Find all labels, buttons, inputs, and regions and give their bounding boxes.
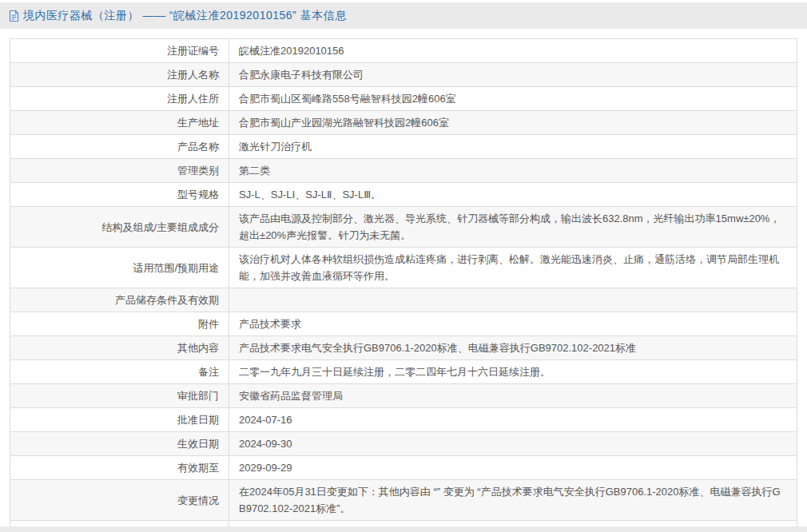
table-row: 批准日期2024-07-16 — [10, 408, 797, 432]
page-bottom-strip — [0, 526, 807, 532]
table-row: 其他内容产品技术要求电气安全执行GB9706.1-2020标准、电磁兼容执行GB… — [10, 336, 797, 360]
row-label: 结构及组成/主要组成成分 — [10, 207, 229, 248]
row-label-text: 管理类别 — [177, 165, 219, 177]
table-row: 管理类别第二类 — [10, 159, 797, 183]
row-value: 2029-09-29 — [229, 456, 797, 480]
table-row: 注册证编号皖械注准20192010156 — [10, 39, 797, 63]
row-label-text: 注册人名称 — [167, 69, 219, 81]
row-label: 注册人名称 — [10, 63, 229, 87]
row-label-text: 附件 — [198, 318, 219, 330]
row-label-text: 注册证编号 — [167, 45, 219, 57]
row-value: 产品技术要求 — [229, 312, 797, 336]
row-value: 合肥永康电子科技有限公司 — [229, 63, 797, 87]
table-row: 生效日期2024-09-30 — [10, 432, 797, 456]
row-label-text: 变更情况 — [177, 494, 219, 506]
row-label: 生效日期 — [10, 432, 229, 456]
row-label: 备注 — [10, 360, 229, 384]
row-value: 产品技术要求电气安全执行GB9706.1-2020标准、电磁兼容执行GB9702… — [229, 336, 797, 360]
row-label-text: 产品储存条件及有效期 — [115, 294, 219, 306]
row-label-text: 批准日期 — [177, 414, 219, 426]
row-value: 合肥市蜀山产业园湖光路融智科技园2幢606室 — [229, 111, 797, 135]
row-label-text: 产品名称 — [177, 141, 219, 153]
row-value: 该治疗机对人体各种软组织损伤造成粘连疼痛，进行剥离、松解。激光能迅速消炎、止痛，… — [229, 248, 797, 288]
row-label: 审批部门 — [10, 384, 229, 408]
row-label: 有效期至 — [10, 456, 229, 480]
row-value: 该产品由电源及控制部分、激光器、导光系统、针刀器械等部分构成，输出波长632.8… — [229, 207, 797, 248]
table-row: 审批部门安徽省药品监督管理局 — [10, 384, 797, 408]
table-row: 产品储存条件及有效期 — [10, 288, 797, 312]
table-row: 产品名称激光针刀治疗机 — [10, 135, 797, 159]
row-label-text: 审批部门 — [177, 390, 219, 402]
row-label: 变更情况 — [10, 480, 229, 521]
table-row: 生产地址合肥市蜀山产业园湖光路融智科技园2幢606室 — [10, 111, 797, 135]
document-icon — [8, 10, 20, 22]
row-label-text: 适用范围/预期用途 — [133, 262, 219, 274]
table-row: 适用范围/预期用途该治疗机对人体各种软组织损伤造成粘连疼痛，进行剥离、松解。激光… — [10, 248, 797, 288]
row-value: 第二类 — [229, 159, 797, 183]
table-row: 结构及组成/主要组成成分该产品由电源及控制部分、激光器、导光系统、针刀器械等部分… — [10, 207, 797, 248]
row-label-text: 注册人住所 — [167, 93, 219, 105]
row-label-text: 其他内容 — [177, 342, 219, 354]
row-value: 2024-07-16 — [229, 408, 797, 432]
row-value: SJ-L、SJ-LⅠ、SJ-LⅡ、SJ-LⅢ。 — [229, 183, 797, 207]
row-label: 批准日期 — [10, 408, 229, 432]
table-row: 变更情况在2024年05月31日变更如下：其他内容由 “” 变更为 “产品技术要… — [10, 480, 797, 521]
table-row: 注册人名称合肥永康电子科技有限公司 — [10, 63, 797, 87]
row-label-text: 生效日期 — [177, 438, 219, 450]
row-value: 在2024年05月31日变更如下：其他内容由 “” 变更为 “产品技术要求电气安… — [229, 480, 797, 521]
table-row: 有效期至2029-09-29 — [10, 456, 797, 480]
page-header: 境内医疗器械（注册） —— “皖械注准20192010156” 基本信息 — [0, 2, 807, 29]
row-value: 合肥市蜀山区蜀峰路558号融智科技园2幢606室 — [229, 87, 797, 111]
row-label-text: 备注 — [198, 366, 219, 378]
info-table-body: 注册证编号皖械注准20192010156注册人名称合肥永康电子科技有限公司注册人… — [10, 39, 797, 532]
table-row: 型号规格SJ-L、SJ-LⅠ、SJ-LⅡ、SJ-LⅢ。 — [10, 183, 797, 207]
registration-info-table: 注册证编号皖械注准20192010156注册人名称合肥永康电子科技有限公司注册人… — [10, 38, 797, 532]
row-label: 型号规格 — [10, 183, 229, 207]
row-label: 注册人住所 — [10, 87, 229, 111]
row-label: 注册证编号 — [10, 39, 229, 63]
content-area: 注册证编号皖械注准20192010156注册人名称合肥永康电子科技有限公司注册人… — [0, 29, 807, 532]
row-label: 附件 — [10, 312, 229, 336]
row-label: 管理类别 — [10, 159, 229, 183]
row-label-text: 生产地址 — [177, 117, 219, 129]
row-value: 二零一九年九月三十日延续注册，二零二四年七月十六日延续注册。 — [229, 360, 797, 384]
row-label: 生产地址 — [10, 111, 229, 135]
row-label: 其他内容 — [10, 336, 229, 360]
row-label: 产品名称 — [10, 135, 229, 159]
row-value: 激光针刀治疗机 — [229, 135, 797, 159]
row-label-text: 型号规格 — [177, 189, 219, 200]
row-value: 2024-09-30 — [229, 432, 797, 456]
table-row: 附件产品技术要求 — [10, 312, 797, 336]
table-row: 备注二零一九年九月三十日延续注册，二零二四年七月十六日延续注册。 — [10, 360, 797, 384]
table-row: 注册人住所合肥市蜀山区蜀峰路558号融智科技园2幢606室 — [10, 87, 797, 111]
row-label: 适用范围/预期用途 — [10, 248, 229, 288]
row-label: 产品储存条件及有效期 — [10, 288, 229, 312]
row-value: 安徽省药品监督管理局 — [229, 384, 797, 408]
row-label-text: 结构及组成/主要组成成分 — [101, 221, 219, 233]
row-value: 皖械注准20192010156 — [229, 39, 797, 63]
page-title: 境内医疗器械（注册） —— “皖械注准20192010156” 基本信息 — [23, 9, 347, 23]
row-value — [229, 288, 797, 312]
row-label-text: 有效期至 — [177, 462, 219, 474]
